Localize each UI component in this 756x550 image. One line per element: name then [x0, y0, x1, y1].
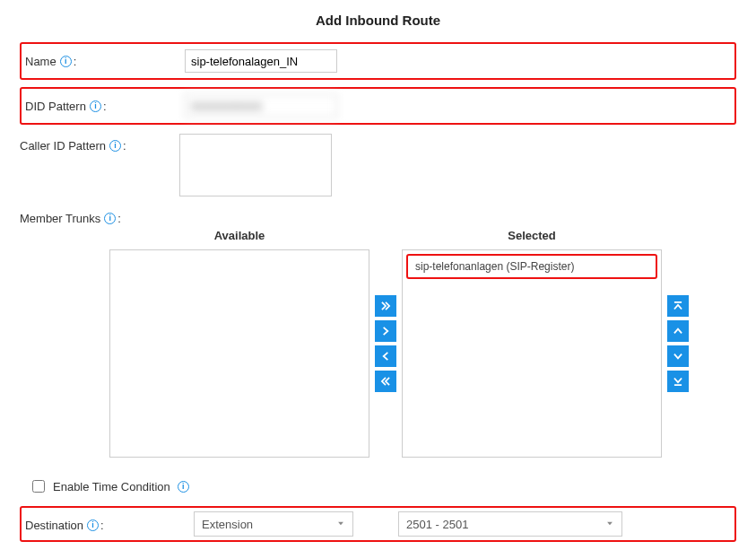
did-row-highlight: DID Pattern :	[20, 87, 736, 125]
caller-id-pattern-label: Caller ID Pattern	[20, 139, 106, 153]
destination-type-value: Extension	[202, 518, 253, 531]
selected-header: Selected	[402, 229, 662, 242]
name-row-highlight: Name :	[20, 42, 736, 80]
page-title: Add Inbound Route	[20, 13, 736, 28]
selected-list[interactable]: sip-telefonanlagen (SIP-Register)	[402, 249, 662, 458]
move-right-button[interactable]	[375, 320, 396, 342]
destination-value-select[interactable]: 2501 - 2501	[398, 511, 622, 537]
destination-label: Destination	[25, 519, 83, 532]
info-icon[interactable]	[90, 100, 101, 112]
info-icon[interactable]	[109, 140, 121, 152]
move-top-button[interactable]	[667, 295, 689, 317]
info-icon[interactable]	[87, 519, 99, 531]
info-icon[interactable]	[60, 56, 72, 67]
info-icon[interactable]	[104, 213, 116, 224]
chevron-down-icon	[605, 518, 614, 531]
move-down-button[interactable]	[667, 345, 689, 367]
info-icon[interactable]	[178, 481, 189, 493]
enable-time-condition-label: Enable Time Condition	[53, 480, 170, 493]
name-label: Name	[25, 55, 56, 68]
available-header: Available	[109, 229, 369, 242]
move-all-left-button[interactable]	[375, 371, 396, 392]
member-trunks-transfer: Available Selected sip-telefonanlagen (S…	[109, 229, 736, 458]
move-bottom-button[interactable]	[667, 371, 689, 392]
move-all-right-button[interactable]	[375, 295, 396, 317]
available-list[interactable]	[109, 249, 369, 458]
destination-type-select[interactable]: Extension	[194, 511, 353, 537]
destination-row-highlight: Destination : Extension 2501 - 2501	[20, 506, 736, 542]
enable-time-condition-checkbox[interactable]	[32, 480, 45, 493]
list-item[interactable]: sip-telefonanlagen (SIP-Register)	[406, 254, 657, 279]
destination-value: 2501 - 2501	[406, 518, 468, 531]
chevron-down-icon	[336, 518, 345, 531]
move-left-button[interactable]	[375, 345, 396, 367]
move-up-button[interactable]	[667, 320, 689, 342]
did-pattern-input[interactable]	[185, 94, 337, 118]
did-pattern-label: DID Pattern	[25, 100, 86, 113]
member-trunks-label: Member Trunks	[20, 212, 100, 225]
name-input[interactable]	[185, 49, 337, 73]
caller-id-pattern-input[interactable]	[179, 134, 332, 196]
